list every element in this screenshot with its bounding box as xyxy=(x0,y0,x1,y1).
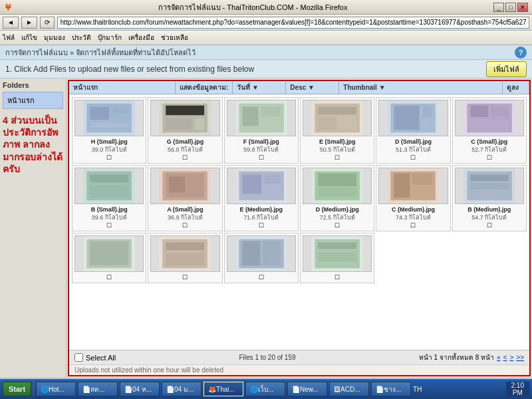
file-item-0[interactable]: H (Small).jpg 39.0 กิโลไบต์ ☐ xyxy=(72,97,146,164)
svg-rect-67 xyxy=(263,241,281,266)
file-item-4[interactable]: D (Small).jpg 51.3 กิโลไบต์ ☐ xyxy=(376,97,450,164)
svg-rect-37 xyxy=(169,177,185,193)
file-size-3: 50.5 กิโลไบต์ xyxy=(303,145,372,154)
lang-indicator[interactable]: TH xyxy=(413,386,422,393)
menu-tools[interactable]: เครื่องมือ xyxy=(128,33,154,43)
start-button[interactable]: Start xyxy=(3,382,31,396)
taskbar-item-0[interactable]: 🌐 Hot... xyxy=(36,382,76,396)
file-item-1[interactable]: G (Small).jpg 56.0 กิโลไบต์ ☐ xyxy=(148,97,222,164)
svg-rect-66 xyxy=(242,241,260,266)
col-header-date[interactable]: วันที่ ▼ xyxy=(233,81,286,94)
file-item-15[interactable]: ☐ xyxy=(300,233,374,283)
file-size-2: 59.8 กิโลไบต์ xyxy=(227,145,296,154)
nav-last[interactable]: >> xyxy=(516,354,524,361)
file-item-14[interactable]: ☐ xyxy=(224,233,299,283)
refresh-button[interactable]: ⟳ xyxy=(40,17,55,29)
file-check-9: ☐ xyxy=(303,222,372,229)
col-header-desc[interactable]: Desc ▼ xyxy=(286,81,339,94)
thumb-preview-9 xyxy=(303,168,372,204)
nav-prev[interactable]: < xyxy=(503,354,507,361)
svg-rect-54 xyxy=(470,175,509,182)
svg-rect-41 xyxy=(264,175,281,184)
file-size-8: 71.6 กิโลไบต์ xyxy=(227,213,296,222)
clock-period: PM xyxy=(513,389,523,396)
col-header-action[interactable]: ดูลง xyxy=(503,81,529,94)
taskbar-item-2[interactable]: 📄 04 ห... xyxy=(120,382,160,396)
instruction-bar: 1. Click Add Files to upload new files o… xyxy=(0,60,532,78)
taskbar-item-3[interactable]: 📄 04 ม... xyxy=(162,382,201,396)
file-item-10[interactable]: C (Medium).jpg 74.3 กิโลไบต์ ☐ xyxy=(376,165,450,231)
svg-rect-70 xyxy=(318,243,356,249)
menu-view[interactable]: มุมมอง xyxy=(44,33,65,43)
menu-edit[interactable]: แก้ไข xyxy=(21,33,37,43)
select-all-area: Select All xyxy=(74,353,116,362)
sidebar-item-home[interactable]: หน้าแรก xyxy=(3,92,63,109)
svg-rect-2 xyxy=(90,107,109,120)
file-check-7: ☐ xyxy=(150,222,219,229)
sidebar-title: Folders xyxy=(3,81,63,89)
thumb-preview-3 xyxy=(303,100,372,136)
file-item-13[interactable]: ☐ xyxy=(148,233,222,283)
file-name-8: E (Medium).jpg xyxy=(227,206,296,213)
maximize-button[interactable]: □ xyxy=(505,3,516,12)
file-name-0: H (Small).jpg xyxy=(74,138,144,145)
file-check-0: ☐ xyxy=(74,154,144,161)
file-item-3[interactable]: E (Small).jpg 50.5 กิโลไบต์ ☐ xyxy=(300,97,374,164)
forward-button[interactable]: ► xyxy=(21,17,37,29)
select-all-checkbox[interactable] xyxy=(74,353,83,362)
thumb-preview-12 xyxy=(74,235,144,272)
minimize-button[interactable]: _ xyxy=(493,3,504,12)
file-item-6[interactable]: B (Small).jpg 39.6 กิโลไบต์ ☐ xyxy=(72,165,146,231)
menu-file[interactable]: ไฟล์ xyxy=(3,33,15,43)
nav-first[interactable]: « xyxy=(497,354,501,361)
taskbar-item-5[interactable]: 🌐 เว็บ... xyxy=(245,382,285,396)
file-size-0: 39.0 กิโลไบต์ xyxy=(74,145,144,154)
taskbar-separator xyxy=(33,382,34,396)
taskbar-item-7[interactable]: 🖼 ACD... xyxy=(329,382,369,396)
svg-rect-8 xyxy=(166,118,192,130)
file-item-2[interactable]: F (Small).jpg 59.8 กิโลไบต์ ☐ xyxy=(224,97,299,164)
add-files-button[interactable]: เพิ่มไฟล์ xyxy=(486,61,527,77)
content-area: Folders หน้าแรก 4 ส่วนบนเป็นประวัติการอั… xyxy=(0,78,532,378)
menu-toolbar: ไฟล์ แก้ไข มุมมอง ประวัติ บุ๊กมาร์ก เครื… xyxy=(0,31,532,45)
file-item-11[interactable]: B (Medium).jpg 54.7 กิโลไบต์ ☐ xyxy=(452,165,527,231)
close-button[interactable]: ✕ xyxy=(517,3,528,12)
col-header-thumbnail[interactable]: Thumbnail ▼ xyxy=(339,81,503,94)
svg-rect-12 xyxy=(242,107,258,126)
menu-history[interactable]: ประวัติ xyxy=(72,33,91,43)
file-item-5[interactable]: C (Small).jpg 52.7 กิโลไบต์ ☐ xyxy=(452,97,527,164)
col-header-name[interactable]: หน้าแรก xyxy=(69,81,176,94)
back-button[interactable]: ◄ xyxy=(3,17,19,29)
file-check-2: ☐ xyxy=(227,154,296,161)
svg-rect-24 xyxy=(423,118,432,130)
file-check-11: ☐ xyxy=(455,222,524,229)
thumb-preview-7 xyxy=(150,168,219,204)
file-check-8: ☐ xyxy=(227,222,296,229)
sidebar: Folders หน้าแรก 4 ส่วนบนเป็นประวัติการอั… xyxy=(0,78,66,378)
grid-header: หน้าแรก แสดงข้อมูลตาม: วันที่ ▼ Desc ▼ T… xyxy=(69,81,529,94)
col-header-display[interactable]: แสดงข้อมูลตาม: xyxy=(176,81,233,94)
file-name-6: B (Small).jpg xyxy=(74,206,144,213)
file-item-9[interactable]: D (Medium).jpg 72.5 กิโลไบต์ ☐ xyxy=(300,165,374,231)
taskbar-item-8[interactable]: 📄 ชาง... xyxy=(371,382,411,396)
taskbar-item-1[interactable]: 📄 สต... xyxy=(78,382,118,396)
svg-rect-51 xyxy=(412,186,433,198)
taskbar-item-4[interactable]: 🦊 Thai... xyxy=(203,382,243,396)
file-check-6: ☐ xyxy=(74,222,144,229)
svg-rect-71 xyxy=(318,252,356,261)
file-item-7[interactable]: A (Small).jpg 36.9 กิโลไบต์ ☐ xyxy=(148,165,222,231)
select-all-label[interactable]: Select All xyxy=(86,354,116,362)
file-item-8[interactable]: E (Medium).jpg 71.6 กิโลไบต์ ☐ xyxy=(224,165,299,231)
file-check-14: ☐ xyxy=(227,274,296,281)
svg-rect-49 xyxy=(394,174,410,198)
svg-rect-42 xyxy=(264,186,281,194)
help-button[interactable]: ? xyxy=(515,47,527,59)
file-item-12[interactable]: ☐ xyxy=(72,233,146,283)
file-size-11: 54.7 กิโลไบต์ xyxy=(455,213,524,222)
nav-next[interactable]: > xyxy=(509,354,513,361)
address-bar[interactable] xyxy=(57,17,529,29)
menu-help[interactable]: ช่วยเหลือ xyxy=(161,33,188,43)
file-check-15: ☐ xyxy=(303,274,372,281)
taskbar-item-6[interactable]: 📄 New... xyxy=(287,382,327,396)
menu-bookmarks[interactable]: บุ๊กมาร์ก xyxy=(98,33,122,43)
